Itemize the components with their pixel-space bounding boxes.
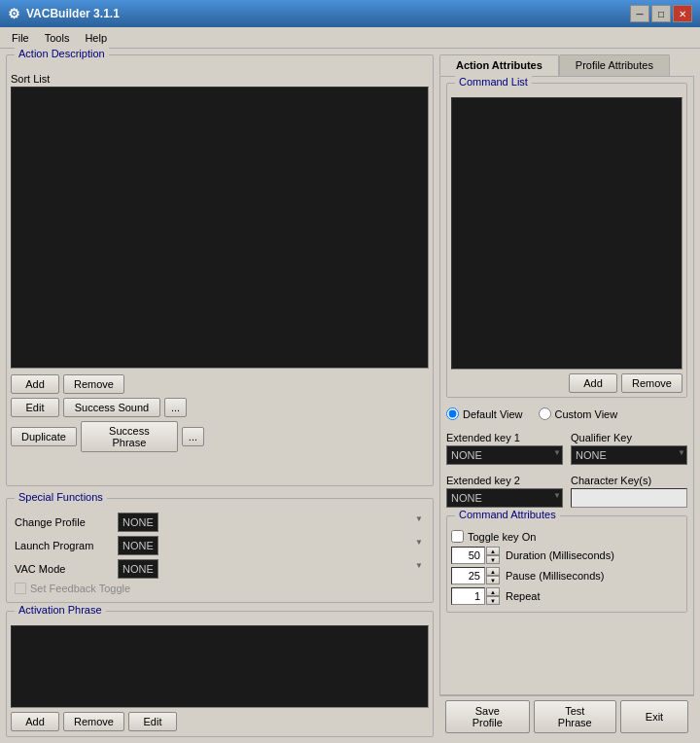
edit-action-button[interactable]: Edit bbox=[11, 398, 59, 417]
app-icon: ⚙ bbox=[8, 6, 20, 21]
feedback-checkbox bbox=[15, 583, 26, 594]
right-content: Command List Add Remove Default View Cus… bbox=[439, 76, 694, 695]
default-view-radio[interactable] bbox=[446, 407, 459, 420]
menu-bar: File Tools Help bbox=[0, 27, 700, 49]
title-bar: ⚙ VACBuilder 3.1.1 ─ □ ✕ bbox=[0, 0, 700, 27]
edit-phrase-button[interactable]: Edit bbox=[128, 712, 177, 731]
launch-program-label: Launch Program bbox=[15, 540, 112, 551]
menu-tools[interactable]: Tools bbox=[37, 30, 78, 46]
view-radio-group: Default View Custom View bbox=[446, 407, 687, 420]
extended-key1-col: Extended key 1 NONE bbox=[446, 432, 563, 465]
vac-mode-label: VAC Mode bbox=[15, 563, 112, 575]
change-profile-label: Change Profile bbox=[15, 516, 112, 528]
extended-key1-label: Extended key 1 bbox=[446, 432, 563, 443]
duration-label: Duration (Milliseconds) bbox=[506, 549, 614, 561]
action-description-label: Action Description bbox=[15, 48, 109, 59]
pause-down-button[interactable]: ▼ bbox=[486, 576, 500, 584]
extended-key2-col: Extended key 2 NONE bbox=[446, 475, 563, 508]
repeat-label: Repeat bbox=[506, 590, 540, 602]
toggle-key-checkbox[interactable] bbox=[451, 530, 464, 543]
repeat-row: ▲ ▼ Repeat bbox=[451, 587, 682, 605]
command-list-group: Command List Add Remove bbox=[446, 83, 687, 398]
special-functions-label: Special Functions bbox=[15, 491, 107, 503]
launch-program-select[interactable]: NONE bbox=[118, 536, 158, 555]
close-button[interactable]: ✕ bbox=[673, 5, 692, 22]
window-title: VACBuilder 3.1.1 bbox=[26, 7, 120, 20]
special-functions-group: Special Functions Change Profile NONE La… bbox=[6, 498, 434, 603]
pause-up-button[interactable]: ▲ bbox=[486, 567, 500, 576]
duration-row: ▲ ▼ Duration (Milliseconds) bbox=[451, 547, 682, 564]
command-attributes-label: Command Attributes bbox=[455, 509, 560, 520]
success-sound-button[interactable]: Success Sound bbox=[63, 398, 160, 417]
remove-action-button[interactable]: Remove bbox=[63, 374, 124, 394]
remove-command-button[interactable]: Remove bbox=[621, 373, 682, 393]
duration-down-button[interactable]: ▼ bbox=[486, 555, 500, 564]
menu-file[interactable]: File bbox=[4, 30, 37, 46]
pause-input[interactable] bbox=[451, 567, 485, 584]
success-phrase-button[interactable]: Success Phrase bbox=[81, 421, 178, 452]
extended-key2-label: Extended key 2 bbox=[446, 475, 563, 486]
activation-phrase-list[interactable] bbox=[11, 625, 429, 708]
action-list[interactable] bbox=[11, 87, 429, 369]
duplicate-action-button[interactable]: Duplicate bbox=[11, 427, 77, 446]
tab-profile-attributes[interactable]: Profile Attributes bbox=[559, 54, 670, 76]
duration-up-button[interactable]: ▲ bbox=[486, 547, 500, 555]
bottom-buttons: Save Profile Test Phrase Exit bbox=[439, 695, 694, 737]
repeat-input[interactable] bbox=[451, 587, 485, 605]
qualifier-key-col: Qualifier Key NONE bbox=[571, 432, 687, 465]
repeat-down-button[interactable]: ▼ bbox=[486, 596, 500, 605]
extended-key2-select[interactable]: NONE bbox=[446, 488, 563, 508]
custom-view-radio[interactable] bbox=[539, 407, 551, 420]
right-panel: Action Attributes Profile Attributes Com… bbox=[439, 54, 694, 737]
tab-action-attributes[interactable]: Action Attributes bbox=[439, 54, 559, 76]
save-profile-button[interactable]: Save Profile bbox=[445, 700, 530, 733]
feedback-label: Set Feedback Toggle bbox=[30, 583, 130, 594]
custom-view-label: Custom View bbox=[555, 408, 618, 420]
browse-phrase-button[interactable]: ... bbox=[182, 427, 204, 446]
extended-key1-select[interactable]: NONE bbox=[446, 445, 563, 465]
key-row-2: Extended key 2 NONE Character Key(s) bbox=[446, 475, 687, 508]
left-panel: Action Description Sort List Add Remove … bbox=[6, 54, 434, 737]
default-view-label: Default View bbox=[463, 408, 523, 420]
command-list-area[interactable] bbox=[451, 97, 682, 370]
toggle-key-label: Toggle key On bbox=[468, 531, 536, 543]
tab-bar: Action Attributes Profile Attributes bbox=[439, 54, 694, 76]
add-action-button[interactable]: Add bbox=[11, 374, 59, 394]
add-phrase-button[interactable]: Add bbox=[11, 712, 59, 731]
change-profile-select[interactable]: NONE bbox=[118, 513, 158, 532]
remove-phrase-button[interactable]: Remove bbox=[63, 712, 124, 731]
exit-button[interactable]: Exit bbox=[620, 700, 688, 733]
activation-phrase-group: Activation Phrase Add Remove Edit bbox=[6, 611, 434, 737]
qualifier-key-select[interactable]: NONE bbox=[571, 445, 687, 465]
sort-list-label: Sort List bbox=[11, 73, 429, 85]
command-attributes-group: Command Attributes Toggle key On ▲ ▼ Dur… bbox=[446, 515, 687, 613]
minimize-button[interactable]: ─ bbox=[630, 5, 649, 22]
pause-label: Pause (Milliseconds) bbox=[506, 570, 604, 582]
test-phrase-button[interactable]: Test Phrase bbox=[534, 700, 616, 733]
add-command-button[interactable]: Add bbox=[569, 373, 617, 393]
action-description-group: Action Description Sort List Add Remove … bbox=[6, 54, 434, 486]
vac-mode-select[interactable]: NONE bbox=[118, 559, 158, 579]
character-keys-label: Character Key(s) bbox=[571, 475, 687, 486]
key-row-1: Extended key 1 NONE Qualifier Key NONE bbox=[446, 432, 687, 465]
duration-input[interactable] bbox=[451, 547, 485, 564]
repeat-up-button[interactable]: ▲ bbox=[486, 587, 500, 596]
pause-row: ▲ ▼ Pause (Milliseconds) bbox=[451, 567, 682, 584]
activation-phrase-label: Activation Phrase bbox=[15, 604, 106, 616]
qualifier-key-label: Qualifier Key bbox=[571, 432, 687, 443]
maximize-button[interactable]: □ bbox=[651, 5, 671, 22]
character-keys-input[interactable] bbox=[571, 488, 687, 508]
browse-sound-button[interactable]: ... bbox=[164, 398, 187, 417]
menu-help[interactable]: Help bbox=[77, 30, 115, 46]
command-list-label: Command List bbox=[455, 76, 532, 88]
character-keys-col: Character Key(s) bbox=[571, 475, 687, 508]
